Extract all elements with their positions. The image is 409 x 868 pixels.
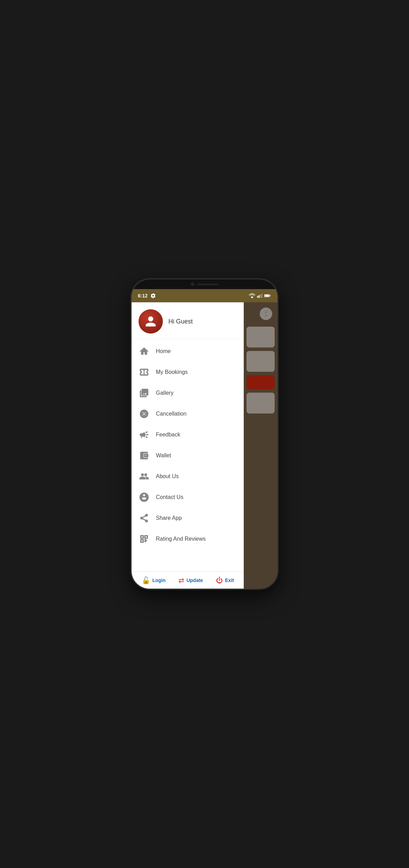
login-label: Login: [152, 578, 166, 583]
update-action[interactable]: ⇄ Update: [178, 576, 203, 584]
exit-icon: ⏻: [216, 576, 223, 584]
menu-list: Home My Bookings Gallery: [132, 339, 244, 572]
menu-label-bookings: My Bookings: [156, 369, 188, 375]
menu-label-cancellation: Cancellation: [156, 411, 186, 417]
menu-item-my-bookings[interactable]: My Bookings: [132, 362, 244, 383]
svg-rect-2: [260, 295, 261, 298]
gear-icon: [150, 293, 156, 298]
menu-item-wallet[interactable]: Wallet: [132, 445, 244, 466]
cancel-ticket-icon: [139, 408, 150, 419]
exit-action[interactable]: ⏻ Exit: [216, 576, 234, 584]
menu-label-contact: Contact Us: [156, 494, 183, 500]
app-container: Hi Guest Home: [132, 302, 277, 589]
user-avatar-icon: [144, 315, 157, 328]
navigation-drawer: Hi Guest Home: [132, 302, 244, 589]
camera-dot: [191, 282, 194, 286]
update-label: Update: [186, 578, 203, 583]
menu-label-share: Share App: [156, 515, 182, 521]
lock-icon: 🔓: [142, 576, 150, 584]
drawer-bottom-actions: 🔓 Login ⇄ Update ⏻ Exit: [132, 572, 244, 589]
menu-label-about: About Us: [156, 473, 179, 480]
content-card-2: [247, 351, 275, 372]
svg-rect-6: [265, 295, 269, 297]
wallet-icon: [139, 450, 150, 461]
menu-item-gallery[interactable]: Gallery: [132, 383, 244, 403]
camera-area: [132, 279, 277, 289]
phone-screen: 6:12: [132, 279, 277, 589]
menu-label-wallet: Wallet: [156, 452, 171, 459]
home-icon: [139, 346, 150, 357]
megaphone-icon: [139, 429, 150, 440]
contact-icon: [139, 492, 150, 503]
menu-label-home: Home: [156, 348, 171, 354]
status-right: [249, 293, 271, 298]
orange-bar: [247, 375, 275, 389]
refresh-icon: ⇄: [178, 576, 184, 584]
content-card-1: [247, 327, 275, 347]
status-bar: 6:12: [132, 289, 277, 302]
menu-label-rating: Rating And Reviews: [156, 536, 206, 542]
svg-rect-5: [270, 295, 270, 296]
rating-icon: [139, 533, 150, 544]
sort-icon: [262, 310, 269, 317]
menu-item-cancellation[interactable]: Cancellation: [132, 403, 244, 424]
menu-item-rating[interactable]: Rating And Reviews: [132, 529, 244, 549]
status-time: 6:12: [138, 293, 148, 298]
phone-device: 6:12: [132, 279, 277, 589]
about-icon: [139, 471, 150, 482]
speaker-bar: [197, 284, 218, 285]
menu-item-feedback[interactable]: Feedback: [132, 424, 244, 445]
signal-icon: [257, 293, 262, 298]
main-content-overlay: [244, 302, 277, 589]
sort-icon-area: [260, 308, 272, 320]
menu-item-about-us[interactable]: About Us: [132, 466, 244, 487]
share-icon: [139, 513, 150, 524]
svg-rect-1: [259, 295, 260, 298]
menu-label-feedback: Feedback: [156, 432, 180, 438]
avatar: [139, 309, 163, 334]
svg-rect-3: [261, 294, 262, 298]
svg-rect-0: [257, 296, 258, 298]
battery-icon: [264, 294, 271, 298]
ticket-icon: [139, 367, 150, 378]
menu-item-share-app[interactable]: Share App: [132, 508, 244, 529]
menu-item-contact-us[interactable]: Contact Us: [132, 487, 244, 508]
login-action[interactable]: 🔓 Login: [142, 576, 166, 584]
gallery-icon: [139, 387, 150, 399]
menu-label-gallery: Gallery: [156, 390, 174, 396]
exit-label: Exit: [225, 578, 234, 583]
content-card-3: [247, 393, 275, 413]
drawer-header: Hi Guest: [132, 302, 244, 339]
menu-item-home[interactable]: Home: [132, 341, 244, 362]
greeting-text: Hi Guest: [168, 318, 193, 325]
status-left: 6:12: [138, 293, 156, 298]
wifi-icon: [249, 293, 255, 298]
